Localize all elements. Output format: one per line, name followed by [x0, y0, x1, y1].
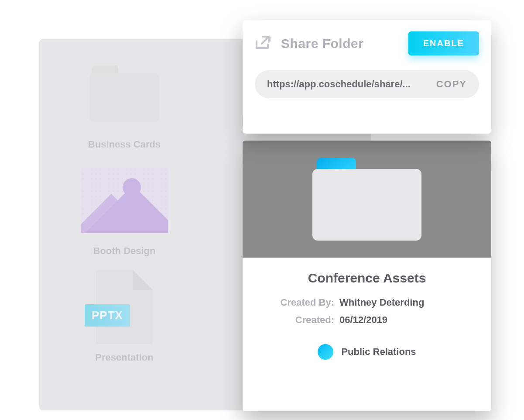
asset-item-booth-design[interactable]: Booth Design	[61, 163, 188, 257]
folder-icon	[312, 158, 421, 241]
share-url-input[interactable]	[267, 79, 428, 90]
folder-tag[interactable]: Public Relations	[260, 344, 474, 360]
created-by-value: Whitney Deterding	[339, 297, 424, 308]
folder-icon	[89, 65, 159, 122]
share-title: Share Folder	[281, 36, 400, 51]
asset-label: Business Cards	[88, 139, 161, 150]
tag-label: Public Relations	[341, 346, 416, 358]
filetype-badge: PPTX	[85, 304, 130, 327]
created-value: 06/12/2019	[339, 314, 387, 326]
tag-color-dot	[318, 344, 333, 360]
folder-details-card: Conference Assets Created By: Whitney De…	[243, 141, 491, 411]
share-icon	[255, 35, 272, 52]
share-folder-popover: Share Folder ENABLE COPY	[243, 20, 491, 134]
enable-button[interactable]: ENABLE	[408, 31, 479, 55]
asset-item-business-cards[interactable]: Business Cards	[61, 57, 188, 150]
created-by-label: Created By:	[260, 297, 334, 308]
folder-preview	[243, 141, 491, 258]
document-icon: PPTX	[96, 270, 153, 344]
folder-title: Conference Assets	[260, 271, 474, 286]
asset-label: Presentation	[95, 352, 153, 363]
asset-label: Booth Design	[93, 245, 156, 257]
asset-item-presentation[interactable]: PPTX Presentation	[61, 270, 188, 363]
copy-button[interactable]: COPY	[436, 79, 467, 90]
image-icon	[81, 168, 168, 233]
created-label: Created:	[260, 314, 334, 326]
